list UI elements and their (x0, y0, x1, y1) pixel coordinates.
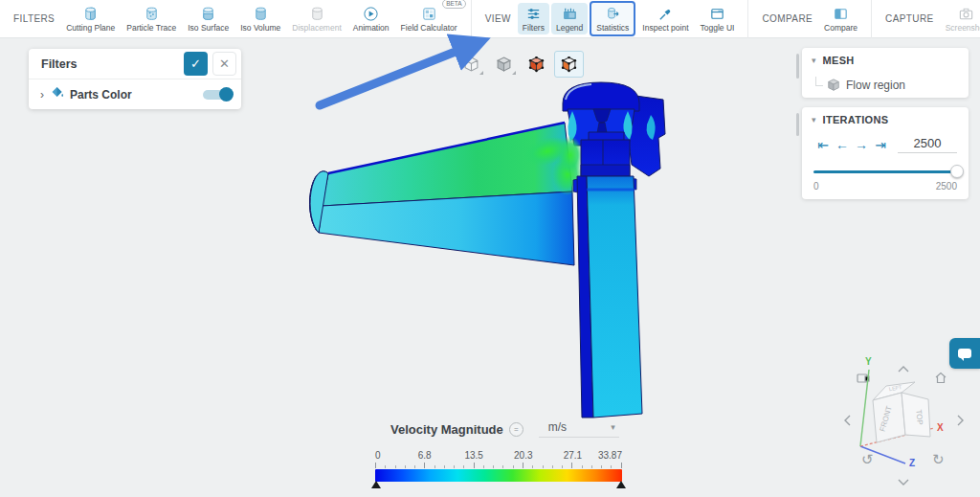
displacement-icon (309, 5, 325, 22)
view-filters-label: Filters (523, 23, 545, 33)
animation-label: Animation (353, 23, 390, 33)
view-legend-label: Legend (556, 23, 583, 33)
apply-button[interactable]: ✓ (184, 52, 208, 76)
chat-button[interactable] (949, 338, 980, 369)
displacement-label: Displacement (292, 23, 342, 33)
inspect-point-button[interactable]: Inspect point (637, 3, 693, 34)
camera-icon (958, 5, 974, 22)
legend-label: 0 (375, 450, 381, 461)
cutting-plane-icon (82, 5, 99, 22)
parts-color-row[interactable]: › Parts Color (29, 79, 241, 109)
view-filters-button[interactable]: Filters (518, 3, 549, 34)
iterations-panel-title: ITERATIONS (823, 114, 889, 125)
render-mode-surfaces-button[interactable] (522, 51, 551, 78)
chevron-down-icon[interactable]: ▾ (812, 115, 816, 124)
compare-button[interactable]: Compare (819, 3, 862, 34)
iterations-panel-header[interactable]: ▾ ITERATIONS (802, 107, 969, 132)
chevron-down-icon[interactable]: ▾ (812, 56, 816, 65)
unit-value: m/s (548, 420, 567, 434)
field-calculator-label: Field Calculator (401, 23, 457, 33)
statistics-icon (605, 5, 621, 22)
selected-surfaces-cube-icon (528, 56, 545, 73)
slider-handle[interactable] (950, 165, 964, 178)
iso-volume-label: Iso Volume (240, 23, 280, 33)
toolbar-section-filters: FILTERS Cutting Plane Particle Trace Iso… (0, 0, 472, 38)
legend-gradient-bar[interactable] (375, 469, 622, 482)
render-mode-translucent-button[interactable] (457, 51, 486, 78)
mesh-item-flow-region[interactable]: Flow region (802, 73, 969, 98)
parts-color-toggle[interactable] (203, 90, 232, 100)
cutting-plane-button[interactable]: Cutting Plane (61, 3, 120, 34)
inspect-point-label: Inspect point (642, 23, 688, 33)
y-axis-label: Y (865, 356, 872, 367)
x-axis-label: X (937, 422, 944, 433)
cfd-model[interactable] (287, 77, 689, 431)
last-iteration-button[interactable]: ⇥ (871, 137, 890, 152)
slider-track[interactable] (813, 170, 957, 173)
mesh-panel-header[interactable]: ▾ MESH (802, 48, 969, 73)
field-name-label: Velocity Magnitude (390, 422, 503, 437)
rotate-left-chevron-icon[interactable] (844, 414, 851, 429)
field-info-icon[interactable]: = (509, 422, 523, 437)
displacement-button[interactable]: Displacement (287, 3, 346, 34)
iteration-value-input[interactable]: 2500 (898, 136, 957, 153)
iso-surface-button[interactable]: Iso Surface (183, 3, 234, 34)
rotate-down-chevron-icon[interactable] (898, 473, 909, 488)
legend-ticks (375, 463, 622, 468)
legend-label: 27.1 (564, 450, 582, 461)
mesh-cube-icon (827, 79, 840, 92)
iso-surface-label: Iso Surface (188, 23, 229, 33)
expand-chevron-icon[interactable]: › (40, 88, 44, 102)
next-iteration-button[interactable]: → (852, 137, 871, 152)
view-statistics-label: Statistics (596, 23, 629, 33)
toolbar-section-capture: CAPTURE Screenshot BETA Record (872, 0, 980, 38)
cube-top-face-label[interactable]: TOP (914, 409, 924, 425)
view-legend-button[interactable]: Legend (551, 3, 588, 34)
compare-label: Compare (824, 23, 858, 33)
view-statistics-button[interactable]: Statistics (590, 1, 635, 36)
view-cube[interactable]: Y Z X FRONT TOP LEFT (852, 354, 959, 471)
legend-tick-labels: 0 6.8 13.5 20.3 27.1 33.87 (375, 450, 622, 462)
screenshot-button[interactable]: Screenshot (941, 3, 980, 34)
iso-surface-icon (200, 5, 216, 22)
toolbar-section-view: VIEW Filters Legend Statistics Inspect p… (472, 0, 749, 38)
compare-icon (833, 5, 849, 22)
field-calculator-button[interactable]: BETA Field Calculator (396, 3, 462, 34)
filters-panel-header: Filters ✓ ✕ (29, 49, 241, 79)
iteration-steppers: ⇤ ← → ⇥ 2500 (802, 132, 969, 153)
legend-icon (562, 5, 578, 22)
mesh-panel: ▾ MESH Flow region (802, 48, 969, 98)
unit-dropdown[interactable]: m/s ▾ (539, 420, 619, 438)
particle-trace-button[interactable]: Particle Trace (122, 3, 181, 34)
section-label-view: VIEW (485, 13, 511, 24)
animation-button[interactable]: Animation (348, 3, 394, 34)
close-button[interactable]: ✕ (212, 52, 236, 76)
render-mode-surface-edges-button[interactable] (554, 51, 584, 78)
toggle-knob (219, 87, 234, 102)
legend-min-handle[interactable] (371, 481, 381, 488)
iteration-slider[interactable] (813, 165, 957, 178)
render-mode-solid-button[interactable] (489, 51, 519, 78)
surface-edges-cube-icon (561, 56, 577, 73)
filters-panel-title: Filters (41, 57, 179, 71)
toggle-ui-button[interactable]: Toggle UI (696, 3, 740, 34)
legend-label: 20.3 (514, 450, 532, 461)
panel-scrollbar[interactable] (796, 54, 799, 79)
section-label-capture: CAPTURE (885, 13, 934, 24)
legend-label: 6.8 (418, 450, 432, 461)
screenshot-label: Screenshot (946, 23, 980, 33)
section-label-filters: FILTERS (13, 13, 55, 24)
toggle-ui-icon (709, 5, 725, 22)
previous-iteration-button[interactable]: ← (833, 137, 852, 152)
iso-volume-button[interactable]: Iso Volume (235, 3, 285, 34)
animation-play-icon (363, 5, 379, 22)
iteration-max-label: 2500 (936, 181, 957, 192)
iso-volume-icon (253, 5, 269, 22)
legend-max-handle[interactable] (616, 481, 626, 488)
filters-sliders-icon (525, 5, 542, 22)
chat-bubble-icon (958, 349, 971, 358)
iteration-range: 0 2500 (802, 178, 969, 199)
dropdown-corner-mark (479, 71, 483, 75)
first-iteration-button[interactable]: ⇤ (813, 137, 833, 152)
panel-scrollbar[interactable] (796, 113, 799, 136)
